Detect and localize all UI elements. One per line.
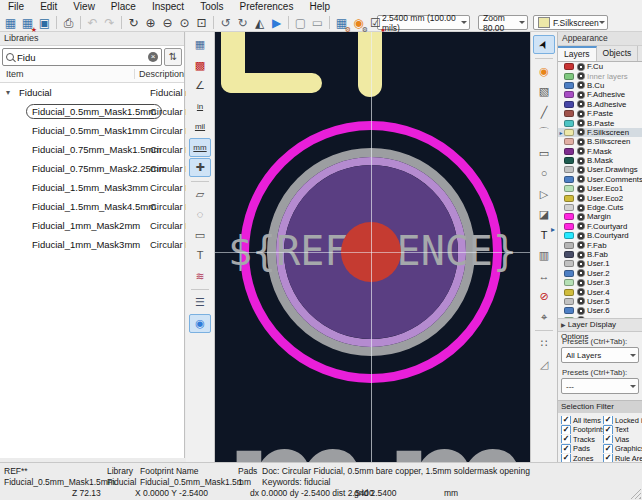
layer-row-f-courtyard[interactable]: F.Courtyard bbox=[558, 222, 642, 231]
visibility-eye-icon[interactable] bbox=[577, 185, 585, 193]
sketch-clearance-button[interactable]: ≋ bbox=[189, 267, 211, 286]
checkbox-checked-icon[interactable]: ✓ bbox=[603, 435, 613, 443]
selection-filter-all-items[interactable]: ✓All items bbox=[561, 416, 603, 424]
visibility-eye-icon[interactable] bbox=[577, 222, 585, 230]
layer-color-swatch[interactable] bbox=[564, 129, 574, 136]
layer-row-b-fab[interactable]: B.Fab bbox=[558, 250, 642, 259]
footprint-checker-button[interactable]: ☑● bbox=[367, 15, 384, 31]
units-inches-button[interactable]: in bbox=[189, 97, 211, 116]
presets-select[interactable]: All Layers bbox=[561, 347, 639, 363]
layer-color-swatch[interactable] bbox=[564, 279, 574, 286]
layer-row-user-4[interactable]: User.4 bbox=[558, 287, 642, 296]
layer-row-f-cu[interactable]: F.Cu bbox=[558, 62, 642, 71]
layer-color-swatch[interactable] bbox=[564, 63, 574, 70]
checkbox-checked-icon[interactable]: ✓ bbox=[561, 454, 571, 462]
refresh-button[interactable]: ↻ bbox=[125, 15, 142, 31]
layer-color-swatch[interactable] bbox=[564, 307, 574, 314]
rotate-ccw-button[interactable]: ↺ bbox=[217, 15, 234, 31]
library-group-row[interactable]: ▾FiducialFiducial ma bbox=[0, 83, 184, 102]
visibility-eye-icon[interactable] bbox=[577, 72, 585, 80]
visibility-eye-icon[interactable] bbox=[577, 213, 585, 221]
visibility-eye-icon[interactable] bbox=[577, 128, 585, 136]
undo-button[interactable]: ↶ bbox=[84, 15, 101, 31]
ungroup-items-button[interactable]: ▭ bbox=[309, 15, 326, 31]
layer-row-user-5[interactable]: User.5 bbox=[558, 297, 642, 306]
layer-row-user-comments[interactable]: User.Comments bbox=[558, 175, 642, 184]
new-footprint-wizard-button[interactable]: ▦★ bbox=[19, 15, 36, 31]
layer-row-inner-layers[interactable]: Inner layers bbox=[558, 71, 642, 80]
layer-color-swatch[interactable] bbox=[564, 195, 574, 202]
zoom-out-button[interactable]: ⊖ bbox=[159, 15, 176, 31]
active-layer-select[interactable]: F.Silkscreen bbox=[533, 15, 608, 30]
sketch-footprints-button[interactable]: ▭ bbox=[189, 226, 211, 245]
draw-arc-button[interactable]: ⌒ bbox=[533, 123, 555, 142]
delete-tool-button[interactable]: ⊘ bbox=[533, 287, 555, 306]
layer-row-user-3[interactable]: User.3 bbox=[558, 278, 642, 287]
draw-polygon-button[interactable]: ▷ bbox=[533, 185, 555, 204]
visibility-eye-icon[interactable] bbox=[577, 279, 585, 287]
visibility-eye-icon[interactable] bbox=[577, 194, 585, 202]
visibility-eye-icon[interactable] bbox=[577, 307, 585, 315]
units-mm-button[interactable]: mm bbox=[189, 138, 211, 157]
sketch-text-button[interactable]: T bbox=[189, 246, 211, 265]
footprint-properties-button[interactable]: ▦⚙ bbox=[333, 15, 350, 31]
resize-grip[interactable] bbox=[630, 488, 641, 499]
selection-filter-text[interactable]: ✓Text bbox=[603, 425, 642, 433]
menu-tools[interactable]: Tools bbox=[192, 0, 231, 14]
pad-properties-button[interactable]: ◉⚙ bbox=[350, 15, 367, 31]
zoom-fit-button[interactable]: ⊙ bbox=[176, 15, 193, 31]
visibility-eye-icon[interactable] bbox=[577, 119, 585, 127]
menu-edit[interactable]: Edit bbox=[32, 0, 65, 14]
layer-row-edge-cuts[interactable]: Edge.Cuts bbox=[558, 203, 642, 212]
add-pad-button[interactable]: ◉ bbox=[533, 62, 555, 81]
library-item-row[interactable]: Fiducial_1mm_Mask2mmCircular Fid bbox=[0, 216, 184, 235]
grid-size-select[interactable]: 2.5400 mm (100.00 mils) bbox=[377, 15, 470, 30]
units-mils-button[interactable]: mil bbox=[189, 117, 211, 136]
polar-coordinates-button[interactable]: ∠ bbox=[189, 76, 211, 95]
group-items-button[interactable]: ▢ bbox=[292, 15, 309, 31]
column-header-item[interactable]: Item bbox=[0, 69, 135, 79]
layer-color-swatch[interactable] bbox=[564, 138, 574, 145]
layer-color-swatch[interactable] bbox=[564, 270, 574, 277]
visibility-eye-icon[interactable] bbox=[577, 316, 585, 318]
library-item-row[interactable]: Fiducial_0.75mm_Mask1.5mmCircular Fid bbox=[0, 140, 184, 159]
library-item-row[interactable]: Fiducial_1.5mm_Mask4.5mmCircular Fid bbox=[0, 197, 184, 216]
menu-inspect[interactable]: Inspect bbox=[144, 0, 192, 14]
checkbox-checked-icon[interactable]: ✓ bbox=[603, 416, 613, 424]
crosshair-toggle-button[interactable]: ✚ bbox=[189, 158, 211, 177]
grid-overrides-button[interactable]: ▩ bbox=[189, 56, 211, 75]
print-button[interactable]: ⎙ bbox=[60, 15, 77, 31]
zoom-selection-button[interactable]: ⊡ bbox=[193, 15, 210, 31]
pcb-canvas[interactable]: ${REFERENCE} mm bbox=[215, 32, 530, 462]
layer-row-b-courtyard[interactable]: B.Courtyard bbox=[558, 231, 642, 240]
layer-color-swatch[interactable] bbox=[564, 251, 574, 258]
panel-collapse-arrow[interactable]: ▸ bbox=[549, 222, 557, 238]
flip-horizontal-button[interactable]: ◭ bbox=[251, 15, 268, 31]
layer-row-b-paste[interactable]: B.Paste bbox=[558, 118, 642, 127]
visibility-eye-icon[interactable] bbox=[577, 288, 585, 296]
selection-filter-zones[interactable]: ✓Zones bbox=[561, 454, 603, 462]
library-item-row[interactable]: Fiducial_0.75mm_Mask2.25mmCircular Fid bbox=[0, 159, 184, 178]
layer-color-swatch[interactable] bbox=[564, 204, 574, 211]
menu-preferences[interactable]: Preferences bbox=[231, 0, 301, 14]
layer-color-swatch[interactable] bbox=[564, 176, 574, 183]
visibility-eye-icon[interactable] bbox=[577, 260, 585, 268]
library-item-row[interactable]: Fiducial_0.5mm_Mask1.5mmCircular Fid bbox=[0, 102, 184, 121]
selection-filter-rule-areas[interactable]: ✓Rule Areas bbox=[603, 454, 642, 462]
layer-color-swatch[interactable] bbox=[564, 223, 574, 230]
layer-row-user-eco1[interactable]: User.Eco1 bbox=[558, 184, 642, 193]
layer-color-swatch[interactable] bbox=[564, 317, 574, 318]
grid-origin-button[interactable]: ∷ bbox=[533, 334, 555, 353]
visibility-eye-icon[interactable] bbox=[577, 297, 585, 305]
visibility-eye-icon[interactable] bbox=[577, 81, 585, 89]
presets2-select[interactable]: --- bbox=[561, 378, 639, 394]
checkbox-checked-icon[interactable]: ✓ bbox=[561, 444, 571, 452]
layer-color-swatch[interactable] bbox=[564, 298, 574, 305]
layer-color-swatch[interactable] bbox=[564, 73, 574, 80]
visibility-eye-icon[interactable] bbox=[577, 241, 585, 249]
tab-objects[interactable]: Objects bbox=[597, 46, 639, 61]
menu-place[interactable]: Place bbox=[103, 0, 144, 14]
layer-row-f-paste[interactable]: F.Paste bbox=[558, 109, 642, 118]
layer-row-user-eco2[interactable]: User.Eco2 bbox=[558, 193, 642, 202]
zoom-in-button[interactable]: ⊕ bbox=[142, 15, 159, 31]
